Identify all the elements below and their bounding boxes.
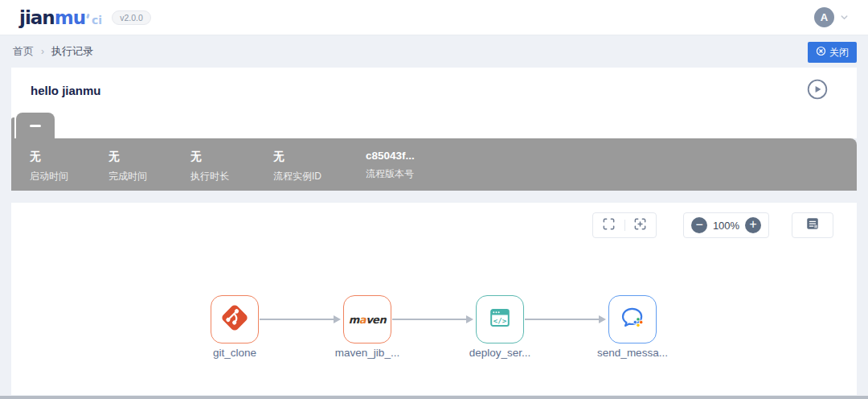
info-label: 执行时长 bbox=[190, 170, 229, 183]
node-git-clone[interactable] bbox=[211, 295, 259, 343]
logo-text-jian: jian bbox=[19, 7, 55, 28]
close-circle-icon bbox=[816, 46, 826, 59]
info-value: 无 bbox=[108, 150, 147, 164]
workflow-file-button[interactable] bbox=[792, 212, 833, 238]
logo-text-ci: ci bbox=[92, 14, 102, 27]
edge-arrow bbox=[260, 319, 334, 320]
workflow-file-icon bbox=[805, 216, 820, 234]
zoom-controls: − 100% + bbox=[683, 212, 769, 238]
fullscreen-expand-icon bbox=[602, 217, 616, 234]
jianmu-logo[interactable]: jianmu ci bbox=[19, 7, 102, 28]
edge-arrow bbox=[525, 319, 599, 320]
instance-tab-row bbox=[11, 113, 857, 138]
wecom-chat-icon bbox=[618, 303, 648, 336]
node-label-git-clone: git_clone bbox=[178, 347, 291, 359]
maven-logo-a: a bbox=[359, 314, 366, 326]
node-send-message[interactable] bbox=[608, 295, 657, 343]
page: jianmu ci v2.0.0 A 首页 › 执行记录 关闭 hello ji… bbox=[0, 0, 868, 399]
run-pipeline-button[interactable] bbox=[807, 80, 828, 101]
hidden-tab-stub bbox=[11, 117, 14, 138]
node-label-send-message: send_messa... bbox=[576, 347, 689, 359]
pipeline-card-header: hello jianmu bbox=[11, 68, 857, 113]
info-label: 启动时间 bbox=[30, 170, 68, 183]
version-badge: v2.0.0 bbox=[112, 10, 151, 25]
info-field-finish-time: 无 完成时间 bbox=[108, 150, 147, 183]
close-button[interactable]: 关闭 bbox=[808, 42, 857, 63]
info-label: 完成时间 bbox=[108, 170, 147, 183]
logo-text-mu: mu bbox=[55, 7, 85, 28]
info-value: 无 bbox=[190, 150, 229, 164]
pipeline-title: hello jianmu bbox=[31, 84, 101, 97]
fit-controls bbox=[592, 212, 657, 238]
svg-text:</>: </> bbox=[493, 317, 507, 325]
info-field-version: c85043f... 流程版本号 bbox=[366, 150, 415, 181]
fullscreen-button[interactable] bbox=[593, 213, 624, 237]
zoom-out-button[interactable]: − bbox=[691, 217, 707, 233]
node-deploy-server[interactable]: </> bbox=[476, 295, 524, 343]
info-value: 无 bbox=[273, 150, 321, 164]
zoom-in-button[interactable]: + bbox=[745, 217, 761, 233]
logo-trademark-tick bbox=[86, 13, 90, 19]
zoom-level: 100% bbox=[713, 220, 739, 232]
node-label-deploy-server: deploy_ser... bbox=[444, 347, 556, 359]
instance-info-bar: 无 启动时间 无 完成时间 无 执行时长 无 流程实例ID c85043f...… bbox=[11, 138, 857, 191]
git-icon bbox=[219, 302, 251, 337]
app-header: jianmu ci v2.0.0 A bbox=[0, 0, 868, 35]
node-maven-jib[interactable]: maven bbox=[343, 295, 391, 343]
maven-logo-ven: ven bbox=[366, 314, 386, 326]
info-field-duration: 无 执行时长 bbox=[190, 150, 229, 183]
info-field-start-time: 无 启动时间 bbox=[30, 150, 68, 183]
maven-logo-m: m bbox=[349, 314, 359, 326]
info-value: c85043f... bbox=[366, 150, 415, 162]
fit-view-button[interactable] bbox=[624, 213, 656, 237]
maven-logo: maven bbox=[349, 314, 386, 326]
node-label-maven-jib: maven_jib_... bbox=[311, 347, 424, 359]
code-window-icon: </> bbox=[485, 303, 514, 335]
breadcrumb-separator: › bbox=[41, 46, 44, 57]
avatar[interactable]: A bbox=[814, 7, 834, 27]
user-menu[interactable]: A bbox=[814, 7, 849, 27]
breadcrumb-current: 执行记录 bbox=[51, 44, 93, 59]
chevron-down-icon bbox=[840, 10, 849, 25]
info-value: 无 bbox=[30, 150, 68, 164]
breadcrumb-home[interactable]: 首页 bbox=[13, 44, 34, 59]
fit-view-icon bbox=[633, 217, 647, 234]
instance-tab[interactable] bbox=[16, 113, 55, 138]
info-label: 流程版本号 bbox=[366, 167, 415, 181]
bottom-scroll-strip bbox=[0, 396, 868, 399]
breadcrumb: 首页 › 执行记录 bbox=[0, 35, 868, 68]
info-field-instance-id: 无 流程实例ID bbox=[273, 150, 321, 183]
close-button-label: 关闭 bbox=[829, 46, 849, 60]
minus-icon bbox=[30, 125, 41, 127]
info-label: 流程实例ID bbox=[273, 170, 321, 183]
play-circle-icon bbox=[807, 79, 828, 102]
edge-arrow bbox=[392, 319, 466, 320]
